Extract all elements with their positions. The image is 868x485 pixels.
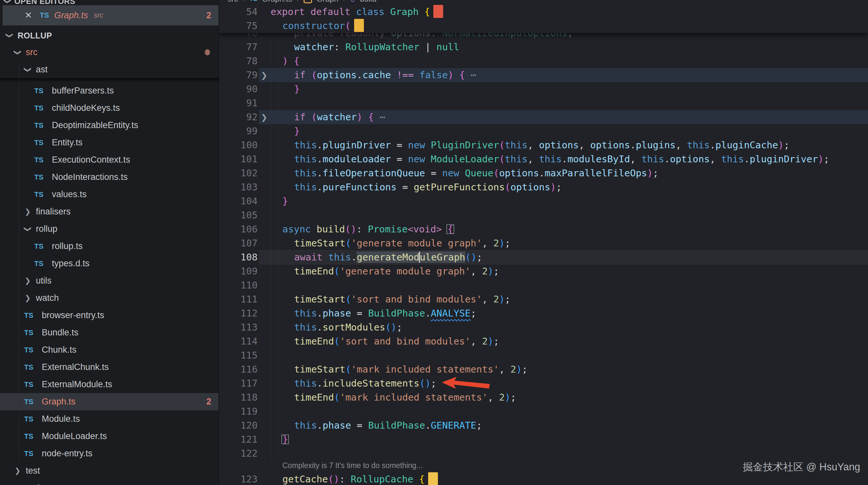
breadcrumb-item-build[interactable]: build	[360, 0, 377, 4]
breadcrumb-item-graph[interactable]: Graph	[317, 0, 338, 4]
code-text: this.includeStatements();	[294, 377, 437, 390]
tree-item-typings[interactable]: ❯typings	[0, 480, 219, 485]
code-line-100[interactable]: 100this.pluginDriver = new PluginDriver(…	[219, 138, 868, 152]
code-text: await this.generateModuleGraph();	[294, 250, 482, 264]
typescript-file-icon: TS	[24, 432, 37, 441]
code-text: getCache(): RollupCache {	[282, 472, 438, 485]
tree-item-types-d-ts[interactable]: TStypes.d.ts	[0, 255, 219, 272]
code-line-117[interactable]: 117this.includeStatements();	[219, 377, 868, 390]
code-text: if (watcher) { ⋯	[294, 110, 385, 124]
tree-item-module-ts[interactable]: TSModule.ts	[0, 410, 219, 428]
line-number: 101	[222, 152, 257, 166]
tree-item-label: Graph.ts	[42, 397, 76, 407]
code-line-122[interactable]: 122	[219, 447, 868, 460]
code-editor[interactable]: src›TSGraph.ts›Graph›◇build 54export def…	[219, 0, 868, 485]
code-line-104[interactable]: 104}	[219, 194, 868, 208]
tree-item-bundle-ts[interactable]: TSBundle.ts	[0, 324, 219, 341]
code-line-107[interactable]: 107timeStart('generate module graph', 2)…	[219, 236, 868, 250]
code-line-118[interactable]: 118timeEnd('mark included statements', 2…	[219, 390, 868, 405]
tree-item-moduleloader-ts[interactable]: TSModuleLoader.ts	[0, 428, 219, 445]
tree-item-utils[interactable]: ❯utils	[0, 272, 219, 289]
code-line-106[interactable]: 106async build(): Promise<void> {	[219, 222, 868, 236]
tree-item-chunk-ts[interactable]: TSChunk.ts	[0, 341, 219, 359]
breadcrumb-item-src[interactable]: src	[227, 0, 238, 4]
tree-item-label: ExternalChunk.ts	[42, 362, 109, 372]
line-number: 75	[222, 19, 257, 33]
code-line-103[interactable]: 103this.pureFunctions = getPureFunctions…	[219, 180, 868, 194]
code-line-120[interactable]: 120this.phase = BuildPhase.GENERATE;	[219, 419, 868, 432]
code-line-91[interactable]: 91	[219, 96, 868, 110]
tree-item-test[interactable]: ❯test	[0, 462, 219, 480]
line-number: 90	[222, 82, 257, 96]
tree-item-externalchunk-ts[interactable]: TSExternalChunk.ts	[0, 359, 219, 376]
code-text: this.sortModules();	[294, 320, 402, 334]
tree-item-label: ExternalModule.ts	[42, 379, 112, 389]
line-number: 110	[222, 278, 257, 292]
code-line-79[interactable]: 79❯if (options.cache !== false) { ⋯	[219, 68, 868, 82]
modified-dot-badge	[205, 49, 210, 56]
tree-item-deoptimizableentity-ts[interactable]: TSDeoptimizableEntity.ts	[0, 117, 219, 134]
tree-item-browser-entry-ts[interactable]: TSbrowser-entry.ts	[0, 307, 219, 324]
tree-item-watch[interactable]: ❯watch	[0, 289, 219, 307]
line-number: 116	[222, 362, 257, 377]
line-number: 102	[222, 166, 257, 180]
fold-chevron-icon[interactable]: ❯	[261, 110, 268, 124]
code-line-111[interactable]: 111timeStart('sort and bind modules', 2)…	[219, 292, 868, 306]
code-line-102[interactable]: 102this.fileOperationQueue = new Queue(o…	[219, 166, 868, 180]
code-line-105[interactable]: 105	[219, 208, 868, 222]
code-line-112[interactable]: 112this.phase = BuildPhase.ANALYSE;	[219, 306, 868, 320]
tree-item-values-ts[interactable]: TSvalues.ts	[0, 186, 219, 203]
code-line-115[interactable]: 115	[219, 349, 868, 362]
code-line-77[interactable]: 77watcher: RollupWatcher | null	[219, 40, 868, 54]
tree-item-rollup-ts[interactable]: TSrollup.ts	[0, 237, 219, 255]
code-line-99[interactable]: 99}	[219, 124, 868, 138]
tree-item-node-entry-ts[interactable]: TSnode-entry.ts	[0, 445, 219, 462]
fold-chevron-icon[interactable]: ❯	[261, 68, 268, 82]
tree-item-src[interactable]: ❯src	[0, 44, 219, 61]
code-line-108[interactable]: 108await this.generateModuleGraph();	[219, 250, 868, 264]
class-symbol-icon	[304, 0, 312, 3]
tree-item-nodeinteractions-ts[interactable]: TSNodeInteractions.ts	[0, 168, 219, 186]
code-line-114[interactable]: 114timeEnd('sort and bind modules', 2);	[219, 334, 868, 349]
code-lines[interactable]: 77watcher: RollupWatcher | null78) {79❯i…	[219, 40, 868, 485]
codelens-text[interactable]: Complexity is 7 It's time to do somethin…	[282, 461, 423, 470]
close-icon[interactable]: ✕	[23, 10, 34, 21]
tree-item-label: types.d.ts	[52, 258, 90, 268]
code-text: private readonly options: NormalizedInpu…	[294, 33, 573, 40]
tree-item-childnodekeys-ts[interactable]: TSchildNodeKeys.ts	[0, 99, 219, 117]
code-line-101[interactable]: 101this.moduleLoader = new ModuleLoader(…	[219, 152, 868, 166]
sticky-scroll: 54export default class Graph {75construc…	[219, 5, 868, 33]
tree-item-graph-ts[interactable]: TSGraph.ts2	[0, 393, 219, 410]
code-line-116[interactable]: 116timeStart('mark included statements',…	[219, 362, 868, 377]
tree-item-finalisers[interactable]: ❯finalisers	[0, 203, 219, 220]
tree-item-executioncontext-ts[interactable]: TSExecutionContext.ts	[0, 151, 219, 168]
code-line-113[interactable]: 113this.sortModules();	[219, 320, 868, 334]
open-editor-item-graph-ts[interactable]: ✕ TS Graph.ts src 2	[3, 5, 219, 25]
tree-item-externalmodule-ts[interactable]: TSExternalModule.ts	[0, 376, 219, 393]
code-line-121[interactable]: 121}	[219, 432, 868, 447]
annotation-box-red	[433, 5, 443, 18]
code-text: this.fileOperationQueue = new Queue(opti…	[294, 166, 659, 180]
code-line-123[interactable]: 123getCache(): RollupCache {	[219, 472, 868, 485]
line-number: 78	[222, 54, 257, 68]
code-line-54[interactable]: 54export default class Graph {	[219, 5, 868, 19]
tree-item-entity-ts[interactable]: TSEntity.ts	[0, 134, 219, 151]
line-number: 77	[222, 40, 257, 54]
tree-item-bufferparsers-ts[interactable]: TSbufferParsers.ts	[0, 82, 219, 99]
code-line-76[interactable]: 76private readonly options: NormalizedIn…	[219, 33, 868, 40]
tree-item-label: test	[26, 466, 40, 476]
tree-item-ast[interactable]: ❯ast	[0, 61, 219, 78]
code-line-92[interactable]: 92❯if (watcher) { ⋯	[219, 110, 868, 124]
tree-item-rollup[interactable]: ❯rollup	[0, 220, 219, 237]
tree-item-variables[interactable]: ❯variables	[0, 78, 219, 82]
breadcrumb-item-graph-ts[interactable]: Graph.ts	[262, 0, 292, 4]
typescript-file-icon: TS	[34, 242, 47, 251]
line-number: 113	[222, 320, 257, 334]
code-line-75[interactable]: 75constructor(	[219, 19, 868, 33]
code-line-109[interactable]: 109timeEnd('generate module graph', 2);	[219, 264, 868, 278]
code-line-78[interactable]: 78) {	[219, 54, 868, 68]
explorer-section-rollup[interactable]: ❯ ROLLUP	[0, 27, 219, 44]
code-line-90[interactable]: 90}	[219, 82, 868, 96]
code-line-119[interactable]: 119	[219, 405, 868, 419]
code-line-110[interactable]: 110	[219, 278, 868, 292]
